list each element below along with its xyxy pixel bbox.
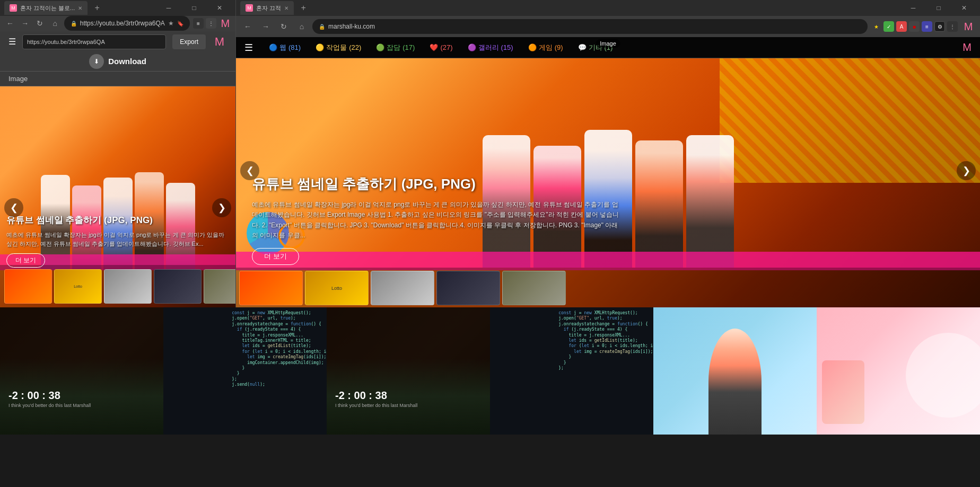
left-bookmark-icon[interactable]: 🔖 [177,21,183,26]
left-thumb-strip: Lotto [0,265,235,307]
web-count: (81) [288,43,301,51]
right-address-bar: ← → ↻ ⌂ 🔒 marshall-ku.com ★ ✓ A ■ ≡ ⚙ ⋮ … [236,16,980,37]
right-nav-tab-game[interactable]: 🟠 게임 (9) [521,37,571,58]
bottom-img-5-bg [653,307,817,435]
left-thumb-5[interactable] [204,269,235,304]
right-back-btn[interactable]: ← [240,19,255,34]
other-icon: 💬 [578,43,587,51]
left-url-input[interactable] [22,34,166,49]
right-nav-tab-heart[interactable]: ❤️ (27) [422,37,460,58]
bottom-img-3-bg: -2 : 00 : 38 I think you'd better do thi… [327,307,490,435]
left-home-btn[interactable]: ⌂ [49,16,61,31]
right-close-btn[interactable]: ✕ [952,0,976,16]
right-nav-tab-chat[interactable]: 🟢 잡담 (17) [369,37,422,58]
right-prev-arrow[interactable]: ❮ [240,161,259,180]
left-tab-label: 혼자 끄적이는 블로... [20,4,75,12]
right-url-bar[interactable]: 🔒 marshall-ku.com [312,19,868,34]
bottom-img-6 [817,307,980,435]
right-thumb-5[interactable] [502,271,566,305]
right-minimize-btn[interactable]: ─ [902,0,925,16]
right-ext-3[interactable]: ■ [909,21,920,32]
right-forward-btn[interactable]: → [258,19,273,34]
right-ext-1[interactable]: ✓ [883,21,894,32]
right-tab-label: 혼자 끄적 [256,4,281,12]
right-thumb-4[interactable] [436,271,500,305]
right-hamburger[interactable]: ☰ [244,42,253,54]
right-thumb-1[interactable] [239,271,303,305]
right-refresh-btn[interactable]: ↻ [276,19,291,34]
left-hamburger[interactable]: ☰ [8,37,16,47]
download-icon: ⬇ [89,54,104,69]
left-refresh-btn[interactable]: ↻ [34,16,46,31]
bottom-image-row: -2 : 00 : 38 I think you'd better do thi… [0,307,980,435]
right-title-bar: M 혼자 끄적 ✕ + ─ □ ✕ [236,0,980,16]
game-count: (9) [555,43,563,51]
left-next-arrow[interactable]: ❯ [212,198,231,217]
left-active-tab[interactable]: M 혼자 끄적이는 블로... ✕ [4,1,88,15]
right-browser-window: M 혼자 끄적 ✕ + ─ □ ✕ ← → ↻ ⌂ 🔒 marshall-ku.… [236,0,980,307]
right-next-arrow[interactable]: ❯ [957,161,976,180]
download-label: Download [108,57,146,66]
game-label: 게임 [539,43,553,52]
bottom-img-1: -2 : 00 : 38 I think you'd better do thi… [0,307,163,435]
left-maximize-btn[interactable]: □ [182,0,206,16]
left-forward-btn[interactable]: → [19,16,31,31]
left-thumb-1[interactable] [4,269,52,304]
right-new-tab-btn[interactable]: + [297,2,310,14]
timer-text-3: -2 : 00 : 38 [335,389,417,402]
left-blog-content: 유튜브 썸네일 추출하기 (JPG, PNG) 예초에 유튜브 썸네일 확장자는… [0,86,235,307]
right-blog-logo: M [962,41,972,54]
right-post-excerpt: 예초에 유튜브 썸네일 확장자는 jpg라 이걸 억지로 png로 바꾸는 게 … [252,200,623,241]
right-maximize-btn[interactable]: □ [927,0,950,16]
right-nav-tab-gallery[interactable]: 🟣 갤러리 (15) [460,37,521,58]
left-thumb-2[interactable]: Lotto [54,269,102,304]
left-new-tab-btn[interactable]: + [91,2,103,14]
tab-favicon: M [10,4,17,12]
right-thumb-3[interactable] [371,271,434,305]
left-prev-arrow[interactable]: ❮ [4,198,23,217]
code-overlay-2: const j = new XMLHttpRequest(); j.open("… [229,307,327,435]
right-ext-star[interactable]: ★ [871,21,881,32]
web-label: 웹 [279,43,286,52]
left-more-btn[interactable]: 더 보기 [6,253,45,268]
bottom-img-5 [653,307,817,435]
gallery-count: (15) [501,43,513,51]
right-ext-2[interactable]: A [896,21,907,32]
left-address-bar: ← → ↻ ⌂ 🔒 https://youtu.be/3rtr0rwpa6QA … [0,16,235,31]
right-nav-tab-work[interactable]: 🟡 작업물 (22) [308,37,369,58]
left-minimize-btn[interactable]: ─ [157,0,180,16]
left-title-bar: M 혼자 끄적이는 블로... ✕ + ─ □ ✕ [0,0,235,16]
left-back-btn[interactable]: ← [4,16,16,31]
work-count: (22) [349,43,361,51]
bottom-img-2: const j = new XMLHttpRequest(); j.open("… [163,307,327,435]
right-tabs: M 혼자 끄적 ✕ + [240,1,310,15]
work-label: 작업물 [326,43,347,52]
left-star-icon[interactable]: ★ [168,20,174,27]
bottom-img-6-bg [817,307,980,435]
left-close-btn[interactable]: ✕ [208,0,231,16]
right-tab-close[interactable]: ✕ [284,5,288,11]
left-thumb-3[interactable] [104,269,152,304]
right-active-tab[interactable]: M 혼자 끄적 ✕ [240,1,294,15]
bottom-img-4-bg: const j = new XMLHttpRequest(); j.open("… [490,307,653,435]
right-more-btn[interactable]: 더 보기 [252,248,299,265]
right-home-btn[interactable]: ⌂ [294,19,309,34]
code-overlay-4: const j = new XMLHttpRequest(); j.open("… [555,307,653,435]
left-m-logo-2: M [212,34,227,49]
right-ext-6[interactable]: ⋮ [947,21,958,32]
right-ext-5[interactable]: ⚙ [934,21,945,32]
right-nav-tab-web[interactable]: 🔵 웹 (81) [261,37,308,58]
left-thumb-4[interactable] [154,269,202,304]
left-ext-1[interactable]: ≡ [193,18,204,29]
right-ext-4[interactable]: ≡ [922,21,932,32]
right-hero-area: 유튜브 썸네일 추출하기 (JPG, PNG) 예초에 유튜브 썸네일 확장자는… [236,58,980,307]
right-thumb-2[interactable]: Lotto [305,271,369,305]
left-url-bar[interactable]: 🔒 https://youtu.be/3rtr0rwpa6QA ★ 🔖 [64,16,190,31]
left-ext-2[interactable]: ⋮ [206,18,216,29]
game-icon: 🟠 [528,43,537,51]
left-tab-close[interactable]: ✕ [78,5,82,11]
left-tabs: M 혼자 끄적이는 블로... ✕ + [4,1,103,15]
left-export-btn[interactable]: Export [172,34,206,49]
left-browser-window: M 혼자 끄적이는 블로... ✕ + ─ □ ✕ ← → ↻ ⌂ 🔒 http… [0,0,236,307]
left-post-overlay: 유튜브 썸네일 추출하기 (JPG, PNG) 예초에 유튜브 썸네일 확장자는… [6,214,229,268]
